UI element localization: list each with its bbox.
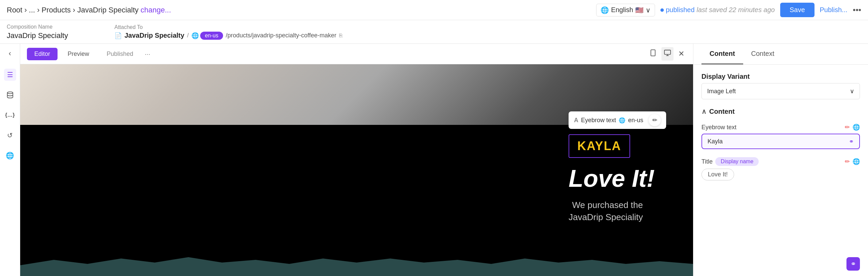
eyebrow-field-group: Eyebrow text ✏ 🌐 Kayla ⚭ [702, 124, 860, 149]
breadcrumb-root: Root [7, 6, 22, 14]
love-it-chip: Love It! [702, 168, 734, 180]
panel-link-icon[interactable]: ⚭ [846, 257, 860, 271]
sidebar-item-layers[interactable]: ☰ [4, 69, 16, 81]
collapse-icon[interactable]: ∧ [702, 108, 707, 116]
flag-icon: 🇺🇸 [635, 6, 644, 14]
canvas-subtitle: We purchased the JavaDrip Speciality [568, 199, 643, 223]
tab-published[interactable]: Published [99, 48, 141, 60]
chevron-down-icon: ∨ [850, 88, 854, 95]
copy-icon[interactable]: ⎘ [339, 33, 342, 39]
locale-badge[interactable]: en-us [200, 32, 223, 40]
save-button[interactable]: Save [780, 3, 814, 17]
breadcrumb-products: Products [41, 6, 71, 14]
language-selector[interactable]: 🌐 English 🇺🇸 ∨ [596, 4, 655, 17]
eyebrow-input-value: Kayla [708, 138, 723, 145]
attached-section: Attached To 📄 JavaDrip Specialty / 🌐 en-… [114, 24, 342, 40]
eyebrow-globe-icon[interactable]: 🌐 [852, 124, 860, 131]
attached-label: Attached To [114, 24, 342, 30]
globe-icon-small: 🌐 [191, 32, 199, 39]
tab-preview[interactable]: Preview [60, 48, 97, 60]
right-panel: Content Context Display Variant Image Le… [693, 44, 868, 276]
canvas-area: A Eyebrow text 🌐 en-us ✏ KAYLA Love It! [20, 64, 693, 276]
last-saved-text: last saved 22 minutes ago [697, 6, 775, 14]
desktop-view-icon[interactable] [661, 47, 674, 61]
sidebar-item-code[interactable]: {…} [4, 109, 16, 121]
tab-content[interactable]: Content [702, 44, 743, 64]
sidebar-item-globe[interactable]: 🌐 [4, 149, 16, 161]
published-label: published [666, 6, 695, 14]
publish-status: published last saved 22 minutes ago [660, 6, 775, 14]
status-dot [660, 8, 664, 12]
publish-button[interactable]: Publish... [820, 6, 847, 14]
breadcrumb-page: JavaDrip Specialty [78, 6, 138, 14]
right-panel-tabs: Content Context [693, 44, 868, 65]
url-chip: 🌐 en-us [191, 32, 223, 40]
mobile-view-icon[interactable] [647, 47, 659, 61]
sidebar-item-history[interactable]: ↺ [4, 129, 16, 141]
right-panel-content: Display Variant Image Left ∨ ∧ Content [693, 65, 868, 188]
title-globe-icon[interactable]: 🌐 [852, 158, 860, 165]
svg-point-0 [7, 92, 13, 94]
svg-rect-3 [664, 50, 671, 55]
editor-toolbar: Editor Preview Published ··· ✕ [20, 44, 693, 64]
content-section-header: ∧ Content [702, 108, 860, 116]
tab-editor[interactable]: Editor [27, 48, 58, 60]
page-icon: 📄 [114, 32, 122, 39]
breadcrumb-change-link[interactable]: change... [141, 6, 171, 14]
attached-page-name: JavaDrip Specialty [124, 32, 184, 39]
eyebrow-pencil-icon[interactable]: ✏ [845, 124, 850, 131]
eyebrow-link-icon[interactable]: ⚭ [849, 138, 854, 145]
display-variant-section: Display Variant Image Left ∨ [702, 73, 860, 99]
title-field-label: Title [702, 158, 713, 165]
content-section-label: Content [709, 108, 735, 116]
url-path: /products/javadrip-specialty-coffee-make… [226, 32, 336, 39]
title-field-group: Title Display name ✏ 🌐 Love It! [702, 157, 860, 180]
title-pencil-icon[interactable]: ✏ [845, 158, 850, 165]
eyebrow-field-label: Eyebrow text [702, 124, 737, 131]
globe-icon: 🌐 [600, 6, 609, 14]
url-separator: / [187, 32, 189, 39]
svg-rect-1 [651, 50, 655, 56]
composition-section: Composition Name [7, 24, 101, 40]
editor-more-icon[interactable]: ··· [145, 50, 150, 58]
more-options-button[interactable]: ••• [853, 5, 861, 15]
display-name-badge: Display name [715, 157, 759, 166]
editor-area: Editor Preview Published ··· ✕ [20, 44, 693, 276]
sidebar-item-database[interactable] [4, 89, 16, 101]
eyebrow-tooltip[interactable]: A Eyebrow text 🌐 en-us ✏ [568, 112, 666, 129]
tab-context[interactable]: Context [743, 44, 782, 64]
breadcrumb-sep3: › [73, 6, 75, 14]
breadcrumb: Root › ... › Products › JavaDrip Special… [7, 6, 171, 14]
love-it-heading: Love It! [568, 164, 655, 192]
breadcrumb-ellipsis: ... [29, 6, 35, 14]
eyebrow-input-container[interactable]: Kayla ⚭ [702, 134, 860, 149]
eyebrow-locale-text: en-us [628, 117, 643, 124]
close-editor-button[interactable]: ✕ [676, 48, 686, 60]
language-label: English [611, 6, 633, 14]
eyebrow-tooltip-text: Eyebrow text [581, 117, 616, 124]
breadcrumb-sep2: › [37, 6, 39, 14]
display-variant-value: Image Left [707, 88, 736, 95]
back-icon[interactable]: ‹ [9, 49, 11, 58]
content-section: ∧ Content [702, 108, 860, 116]
display-variant-label: Display Variant [702, 73, 860, 81]
edit-pencil-button[interactable]: ✏ [649, 114, 661, 126]
kayla-highlighted-box[interactable]: KAYLA [568, 134, 630, 158]
text-format-icon: A [574, 117, 578, 124]
composition-label: Composition Name [7, 24, 101, 30]
chevron-down-icon: ∨ [646, 6, 651, 14]
display-variant-select[interactable]: Image Left ∨ [702, 83, 860, 99]
kayla-text: KAYLA [577, 139, 621, 153]
breadcrumb-sep1: › [24, 6, 27, 14]
composition-name-input[interactable] [7, 31, 101, 40]
left-sidebar: ‹ ☰ {…} ↺ 🌐 [0, 44, 20, 276]
eyebrow-field-actions: ✏ 🌐 [845, 124, 860, 131]
locale-globe-icon: 🌐 [619, 117, 625, 124]
title-field-actions: ✏ 🌐 [845, 158, 860, 165]
